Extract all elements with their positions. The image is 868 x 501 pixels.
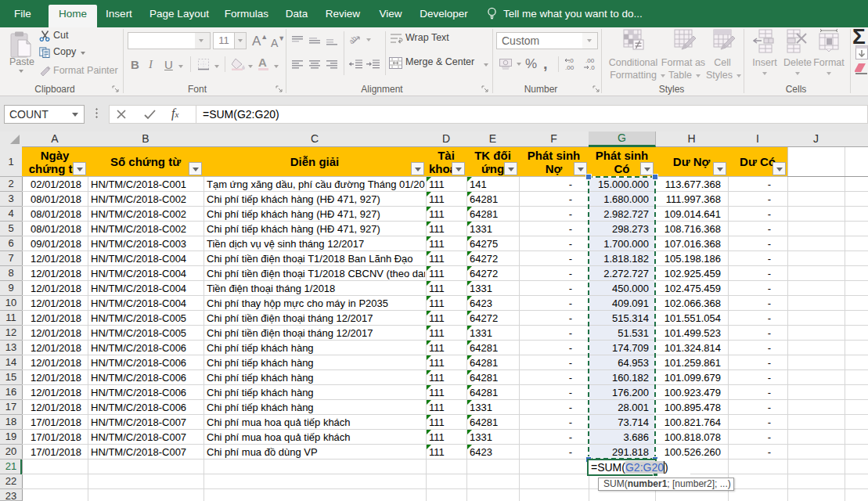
svg-text:ab: ab bbox=[350, 34, 358, 45]
svg-text:.00: .00 bbox=[565, 64, 574, 70]
